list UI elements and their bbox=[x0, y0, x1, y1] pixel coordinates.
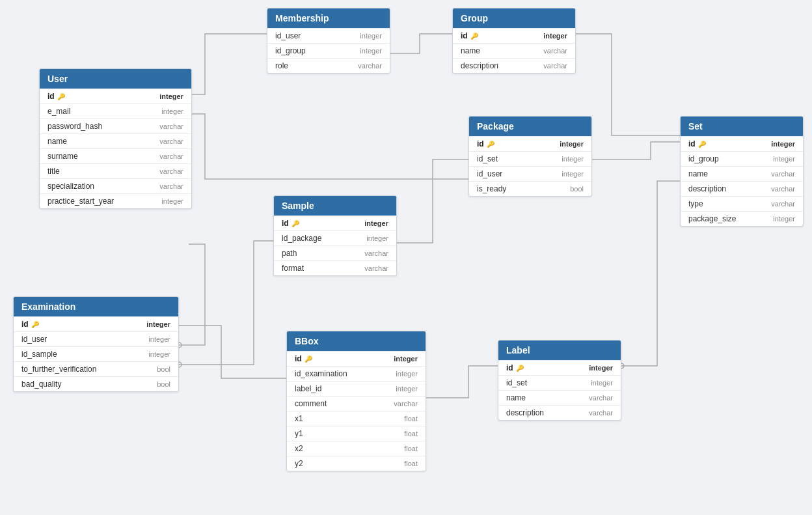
table-row: name varchar bbox=[40, 133, 191, 148]
table-row: description varchar bbox=[453, 58, 575, 73]
table-row: id_user integer bbox=[267, 28, 390, 43]
table-bbox: BBox id 🔑 integer id_examination integer… bbox=[286, 331, 426, 471]
table-row: id 🔑 integer bbox=[274, 216, 396, 230]
table-row: id_package integer bbox=[274, 230, 396, 245]
table-user-header: User bbox=[40, 69, 191, 89]
table-row: id 🔑 integer bbox=[681, 136, 803, 151]
table-row: package_size integer bbox=[681, 211, 803, 226]
table-row: x1 float bbox=[287, 411, 426, 426]
table-row: description varchar bbox=[681, 181, 803, 196]
table-row: id 🔑 integer bbox=[469, 136, 591, 151]
table-user: User id 🔑 integer e_mail integer passwor… bbox=[39, 68, 192, 209]
table-row: y1 float bbox=[287, 426, 426, 441]
table-row: id 🔑 integer bbox=[498, 360, 621, 375]
table-row: x2 float bbox=[287, 441, 426, 456]
table-set: Set id 🔑 integer id_group integer name v… bbox=[680, 116, 804, 227]
table-row: id 🔑 integer bbox=[287, 351, 426, 366]
canvas: User id 🔑 integer e_mail integer passwor… bbox=[0, 0, 812, 515]
table-row: id 🔑 integer bbox=[14, 316, 178, 331]
table-row: id_user integer bbox=[469, 166, 591, 181]
table-package: Package id 🔑 integer id_set integer id_u… bbox=[468, 116, 592, 197]
table-package-header: Package bbox=[469, 117, 591, 136]
table-row: id_group integer bbox=[681, 151, 803, 166]
table-row: id_user integer bbox=[14, 331, 178, 346]
table-row: id_examination integer bbox=[287, 366, 426, 381]
table-row: bad_quality bool bbox=[14, 376, 178, 391]
table-row: id 🔑 integer bbox=[40, 89, 191, 104]
table-row: path varchar bbox=[274, 245, 396, 260]
table-row: id_sample integer bbox=[14, 346, 178, 361]
table-row: name varchar bbox=[681, 166, 803, 181]
table-sample: Sample id 🔑 integer id_package integer p… bbox=[273, 195, 397, 276]
table-row: format varchar bbox=[274, 260, 396, 275]
table-row: surname varchar bbox=[40, 148, 191, 163]
table-row: id_set integer bbox=[498, 375, 621, 390]
table-label: Label id 🔑 integer id_set integer name v… bbox=[498, 340, 621, 421]
table-bbox-header: BBox bbox=[287, 331, 426, 351]
table-row: e_mail integer bbox=[40, 104, 191, 118]
table-examination: Examination id 🔑 integer id_user integer… bbox=[13, 296, 179, 392]
table-group: Group id 🔑 integer name varchar descript… bbox=[452, 8, 576, 74]
table-row: comment varchar bbox=[287, 396, 426, 411]
table-row: specialization varchar bbox=[40, 178, 191, 193]
table-row: is_ready bool bbox=[469, 181, 591, 196]
table-set-header: Set bbox=[681, 117, 803, 136]
table-row: id_set integer bbox=[469, 151, 591, 166]
table-membership: Membership id_user integer id_group inte… bbox=[267, 8, 390, 74]
table-row: y2 float bbox=[287, 456, 426, 471]
table-group-header: Group bbox=[453, 8, 575, 28]
table-sample-header: Sample bbox=[274, 196, 396, 216]
table-label-header: Label bbox=[498, 341, 621, 360]
table-membership-header: Membership bbox=[267, 8, 390, 28]
table-row: name varchar bbox=[498, 390, 621, 405]
table-row: label_id integer bbox=[287, 381, 426, 396]
table-row: id_group integer bbox=[267, 43, 390, 58]
table-row: id 🔑 integer bbox=[453, 28, 575, 43]
table-row: type varchar bbox=[681, 196, 803, 211]
table-examination-header: Examination bbox=[14, 297, 178, 316]
table-row: practice_start_year integer bbox=[40, 193, 191, 208]
table-row: role varchar bbox=[267, 58, 390, 73]
table-row: title varchar bbox=[40, 163, 191, 178]
table-row: password_hash varchar bbox=[40, 118, 191, 133]
table-row: description varchar bbox=[498, 405, 621, 420]
table-row: name varchar bbox=[453, 43, 575, 58]
table-row: to_further_verification bool bbox=[14, 361, 178, 376]
